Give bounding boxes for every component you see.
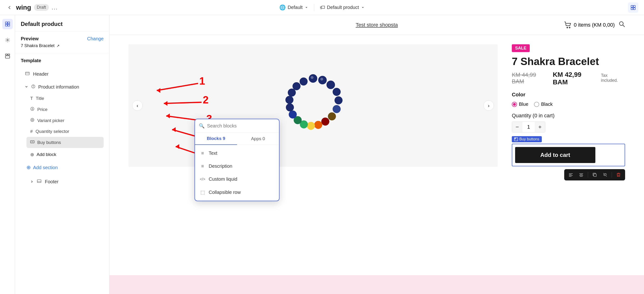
- svg-point-48: [320, 78, 323, 81]
- footer-icon: [36, 179, 42, 184]
- svg-rect-5: [8, 22, 10, 24]
- buy-buttons-icon: [30, 140, 34, 145]
- svg-rect-10: [8, 54, 10, 55]
- quantity-selector-label: Quantity selector: [36, 129, 70, 134]
- toolbar-align-left-button[interactable]: [567, 171, 574, 178]
- add-section-label: Add section: [33, 165, 58, 170]
- blocks-list: ≡ Text ≡ Description </> Custom liquid ⬚…: [195, 145, 279, 201]
- store-name[interactable]: Test store shopsta: [356, 22, 398, 28]
- sale-price: KM 42,99 BAM: [553, 71, 597, 86]
- svg-point-8: [7, 39, 8, 41]
- toolbar-hide-button[interactable]: [601, 171, 609, 178]
- external-link-icon[interactable]: ↗: [56, 44, 60, 48]
- blocks-tabs: Blocks 9 Apps 0: [195, 133, 279, 145]
- sidebar-settings-icon[interactable]: [2, 35, 13, 45]
- toolbar-align-center-button[interactable]: [578, 171, 585, 178]
- quantity-section: Quantity (0 in cart) − 1 +: [512, 113, 625, 132]
- change-preview-button[interactable]: Change: [87, 36, 104, 41]
- gallery-prev-button[interactable]: ‹: [132, 100, 142, 111]
- color-option-black[interactable]: Black: [534, 102, 553, 107]
- gallery-next-button[interactable]: ›: [484, 100, 494, 111]
- sidebar-item-title[interactable]: T Title: [26, 93, 104, 104]
- toolbar-delete-button[interactable]: [615, 171, 622, 178]
- block-item-collapsible-row[interactable]: ⬚ Collapsible row: [195, 186, 279, 199]
- sidebar-pages-icon[interactable]: [2, 19, 13, 29]
- color-option-blue[interactable]: Blue: [512, 102, 528, 107]
- block-toolbar: [564, 169, 625, 180]
- blue-label: Blue: [519, 102, 528, 107]
- sidebar-item-footer[interactable]: Footer: [26, 176, 98, 188]
- buy-buttons-label: Buy buttons: [37, 140, 61, 145]
- svg-point-41: [289, 111, 297, 119]
- search-blocks-input[interactable]: [207, 123, 275, 129]
- title-icon: T: [30, 96, 33, 101]
- sidebar-components-icon[interactable]: [2, 51, 13, 61]
- block-item-description[interactable]: ≡ Description: [195, 160, 279, 173]
- sidebar-item-quantity-selector[interactable]: # Quantity selector: [26, 126, 104, 137]
- sidebar-item-variant-picker[interactable]: Variant picker: [26, 115, 104, 126]
- blocks-tab-button[interactable]: Blocks 9: [195, 133, 237, 145]
- sidebar-content: Default product Preview 7 Shakra Bracele…: [15, 15, 109, 294]
- cart-button[interactable]: 0 items (KM 0,00): [564, 22, 615, 28]
- original-price: KM 44,99 BAM: [512, 72, 549, 85]
- theme-selector[interactable]: 🌐 Default: [279, 4, 308, 10]
- add-section-button[interactable]: ⊕ Add section: [21, 161, 104, 174]
- apps-tab-button[interactable]: Apps 0: [237, 133, 279, 145]
- svg-point-32: [332, 88, 341, 96]
- topbar-left: wing Draft ...: [6, 4, 162, 11]
- product-gallery: ‹ ›: [128, 44, 498, 266]
- svg-rect-22: [37, 180, 41, 183]
- buy-buttons-outlined: Add to cart: [512, 144, 625, 166]
- more-options-button[interactable]: ...: [52, 4, 58, 11]
- template-label: Template: [15, 53, 109, 66]
- toolbar-divider-2: [612, 172, 612, 178]
- product-selector[interactable]: 🏷 Default product: [320, 4, 365, 10]
- price-row: KM 44,99 BAM KM 42,99 BAM Tax included.: [512, 71, 625, 86]
- sidebar-item-header[interactable]: Header: [21, 68, 104, 80]
- svg-point-38: [307, 122, 315, 130]
- quantity-increase-button[interactable]: +: [535, 122, 545, 132]
- add-block-label: Add block: [36, 152, 56, 157]
- quantity-icon: #: [30, 129, 33, 134]
- search-icon-sm: 🔍: [199, 123, 205, 129]
- preview-product: 7 Shakra Bracelet ↗: [21, 43, 60, 48]
- sidebar-item-price[interactable]: Price: [26, 104, 104, 115]
- quantity-decrease-button[interactable]: −: [512, 122, 522, 132]
- svg-point-36: [321, 118, 329, 126]
- buy-buttons-section: Buy buttons Add to cart: [512, 144, 625, 166]
- product-layout: ‹ › SALE 7 Shakra Bracelet KM 44,99 BAM …: [110, 35, 644, 275]
- black-radio[interactable]: [534, 102, 539, 107]
- product-info-panel: SALE 7 Shakra Bracelet KM 44,99 BAM KM 4…: [512, 44, 625, 266]
- bracelet-image: [273, 65, 353, 146]
- grid-icon-button[interactable]: [628, 2, 638, 13]
- svg-point-25: [569, 27, 570, 28]
- sale-badge: SALE: [512, 44, 530, 52]
- eye-icon: 🌐: [279, 4, 286, 10]
- sidebar-title: Default product: [21, 21, 104, 27]
- toolbar-duplicate-button[interactable]: [591, 171, 598, 178]
- svg-point-33: [334, 96, 342, 104]
- blue-radio[interactable]: [512, 102, 517, 107]
- toolbar-divider: [588, 172, 588, 178]
- svg-point-42: [286, 103, 294, 111]
- back-button[interactable]: [6, 4, 13, 11]
- preview-product-name: 7 Shakra Bracelet: [21, 43, 54, 48]
- product-image: ‹ ›: [128, 44, 498, 167]
- black-label: Black: [541, 102, 553, 107]
- block-item-text[interactable]: ≡ Text: [195, 147, 279, 160]
- block-item-custom-liquid[interactable]: </> Custom liquid: [195, 173, 279, 186]
- svg-rect-12: [26, 72, 29, 75]
- sidebar-item-buy-buttons[interactable]: Buy buttons: [26, 137, 104, 148]
- footer-label: Footer: [45, 179, 58, 184]
- add-to-cart-button[interactable]: Add to cart: [515, 147, 595, 163]
- chevron-down-icon: [24, 84, 28, 90]
- product-info-header[interactable]: Product information: [21, 81, 104, 93]
- text-block-icon: ≡: [200, 150, 206, 156]
- add-block-button[interactable]: ⊕ Add block: [26, 149, 98, 160]
- variant-icon: [30, 118, 34, 123]
- svg-point-43: [286, 96, 294, 104]
- draft-badge: Draft: [34, 4, 49, 11]
- cart-area: 0 items (KM 0,00): [501, 21, 625, 29]
- search-icon[interactable]: [618, 21, 625, 29]
- product-title: 7 Shakra Bracelet: [512, 56, 625, 67]
